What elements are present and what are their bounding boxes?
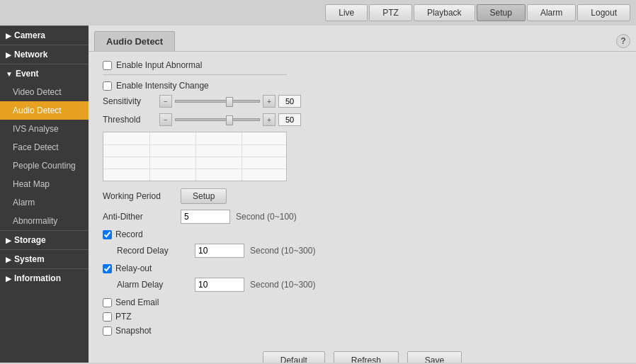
sidebar-item-face-detect[interactable]: Face Detect: [0, 138, 89, 157]
help-icon[interactable]: ?: [616, 34, 630, 48]
sidebar-item-heat-map[interactable]: Heat Map: [0, 175, 89, 193]
alarm-delay-label: Alarm Delay: [117, 280, 195, 290]
sidebar-people-counting-label: People Counting: [13, 161, 76, 171]
sidebar: ▶ Camera ▶ Network ▼ Event Video Detect …: [0, 25, 89, 363]
sidebar-camera-label: Camera: [14, 30, 45, 40]
sidebar-alarm-label: Alarm: [13, 198, 35, 207]
sidebar-item-video-detect[interactable]: Video Detect: [0, 83, 89, 101]
enable-input-abnormal-checkbox[interactable]: [103, 61, 112, 70]
send-email-label: Send Email: [115, 297, 159, 307]
refresh-button[interactable]: Refresh: [334, 351, 399, 363]
record-label: Record: [115, 229, 143, 239]
threshold-slider-container: − + 50: [159, 113, 301, 126]
sensitivity-slider-container: − + 50: [159, 95, 301, 108]
sidebar-storage-label: Storage: [14, 235, 46, 245]
send-email-row: Send Email: [103, 297, 622, 307]
working-period-setup-btn[interactable]: Setup: [181, 188, 227, 204]
enable-intensity-row: Enable Intensity Change: [103, 81, 622, 91]
waveform-chart: [103, 132, 287, 181]
snapshot-row: Snapshot: [103, 326, 622, 336]
enable-input-abnormal-label: Enable Input Abnormal: [116, 60, 202, 70]
sidebar-heat-map-label: Heat Map: [13, 179, 50, 189]
threshold-value: 50: [278, 113, 301, 126]
arrow-icon: ▶: [6, 32, 11, 40]
sidebar-item-alarm[interactable]: Alarm: [0, 193, 89, 212]
record-delay-hint: Second (10~300): [250, 246, 315, 256]
record-delay-input[interactable]: [195, 244, 244, 258]
record-delay-row: Record Delay Second (10~300): [103, 244, 622, 258]
sensitivity-track[interactable]: [175, 100, 260, 103]
alarm-delay-row: Alarm Delay Second (10~300): [103, 278, 622, 292]
anti-dither-input[interactable]: [181, 210, 230, 224]
sidebar-group-system: ▶ System: [0, 249, 89, 268]
sidebar-group-camera: ▶ Camera: [0, 25, 89, 45]
nav-alarm[interactable]: Alarm: [527, 4, 576, 21]
threshold-thumb[interactable]: [226, 115, 233, 125]
default-button[interactable]: Default: [263, 351, 325, 363]
nav-setup[interactable]: Setup: [477, 4, 526, 21]
anti-dither-row: Anti-Dither Second (0~100): [103, 210, 622, 224]
nav-live[interactable]: Live: [325, 4, 368, 21]
sensitivity-row: Sensitivity − + 50: [103, 95, 622, 108]
arrow-icon-storage: ▶: [6, 237, 11, 244]
enable-input-abnormal-row: Enable Input Abnormal: [103, 60, 622, 70]
sidebar-item-abnormality[interactable]: Abnormality: [0, 212, 89, 230]
sensitivity-thumb[interactable]: [226, 97, 233, 107]
send-email-checkbox[interactable]: [103, 298, 112, 307]
divider1: [103, 74, 287, 75]
grid-line-v2: [195, 132, 196, 181]
sidebar-item-camera[interactable]: ▶ Camera: [0, 26, 89, 45]
record-delay-label: Record Delay: [117, 246, 195, 256]
record-checkbox[interactable]: [103, 230, 112, 239]
nav-ptz[interactable]: PTZ: [369, 4, 412, 21]
threshold-decrease-btn[interactable]: −: [159, 113, 172, 126]
save-button[interactable]: Save: [407, 351, 462, 363]
tab-audio-detect[interactable]: Audio Detect: [94, 31, 175, 51]
arrow-icon-network: ▶: [6, 51, 11, 59]
sidebar-item-audio-detect[interactable]: Audio Detect: [0, 101, 89, 120]
working-period-label: Working Period: [103, 191, 181, 201]
bottom-buttons: Default Refresh Save: [103, 340, 622, 363]
sidebar-item-information[interactable]: ▶ Information: [0, 269, 89, 288]
sidebar-audio-detect-label: Audio Detect: [13, 106, 62, 115]
sidebar-abnormality-label: Abnormality: [13, 216, 57, 226]
ptz-checkbox[interactable]: [103, 312, 112, 322]
alarm-delay-input[interactable]: [195, 278, 244, 292]
arrow-icon-event: ▼: [6, 70, 13, 78]
sidebar-item-people-counting[interactable]: People Counting: [0, 157, 89, 175]
grid-line-v1: [149, 132, 150, 181]
sidebar-face-detect-label: Face Detect: [13, 142, 59, 152]
sidebar-group-storage: ▶ Storage: [0, 230, 89, 249]
sidebar-item-system[interactable]: ▶ System: [0, 250, 89, 268]
sidebar-group-network: ▶ Network: [0, 45, 89, 64]
top-nav: Live PTZ Playback Setup Alarm Logout: [0, 0, 636, 25]
arrow-icon-system: ▶: [6, 256, 11, 263]
sidebar-event-label: Event: [16, 69, 39, 79]
grid-line-v3: [242, 132, 242, 181]
working-period-row: Working Period Setup: [103, 188, 622, 204]
relay-out-checkbox[interactable]: [103, 264, 112, 273]
sensitivity-increase-btn[interactable]: +: [263, 95, 276, 108]
main-layout: ▶ Camera ▶ Network ▼ Event Video Detect …: [0, 25, 636, 363]
threshold-track[interactable]: [175, 118, 260, 121]
relay-out-checkbox-row: Relay-out: [103, 263, 622, 273]
enable-intensity-checkbox[interactable]: [103, 81, 112, 91]
nav-logout[interactable]: Logout: [577, 4, 630, 21]
sidebar-item-event[interactable]: ▼ Event: [0, 64, 89, 83]
sidebar-group-information: ▶ Information: [0, 268, 89, 288]
sidebar-group-event: ▼ Event Video Detect Audio Detect IVS An…: [0, 64, 89, 230]
sensitivity-value: 50: [278, 95, 301, 108]
relay-out-label: Relay-out: [115, 263, 152, 273]
ptz-row: PTZ: [103, 312, 622, 322]
threshold-increase-btn[interactable]: +: [263, 113, 276, 126]
sensitivity-decrease-btn[interactable]: −: [159, 95, 172, 108]
sidebar-item-ivs[interactable]: IVS Analyse: [0, 120, 89, 138]
snapshot-checkbox[interactable]: [103, 326, 112, 336]
grid-line-h3: [103, 169, 286, 169]
sidebar-system-label: System: [14, 254, 45, 264]
sidebar-item-storage[interactable]: ▶ Storage: [0, 231, 89, 249]
sidebar-item-network[interactable]: ▶ Network: [0, 45, 89, 64]
nav-playback[interactable]: Playback: [414, 4, 475, 21]
record-checkbox-row: Record: [103, 229, 622, 239]
snapshot-label: Snapshot: [115, 326, 152, 336]
